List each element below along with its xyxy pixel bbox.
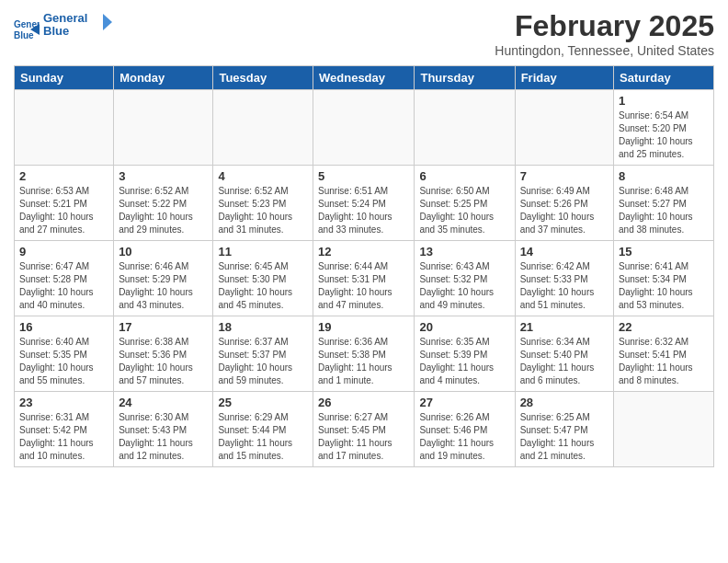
day-number: 16 — [19, 320, 108, 334]
day-info: Sunrise: 6:25 AM Sunset: 5:47 PM Dayligh… — [520, 411, 609, 463]
svg-marker-5 — [103, 14, 112, 30]
calendar-cell — [213, 90, 313, 166]
logo-icon: General Blue — [14, 15, 40, 40]
calendar-cell: 17Sunrise: 6:38 AM Sunset: 5:36 PM Dayli… — [114, 316, 213, 392]
day-number: 3 — [119, 169, 208, 183]
day-number: 14 — [520, 245, 609, 259]
calendar-cell: 25Sunrise: 6:29 AM Sunset: 5:44 PM Dayli… — [213, 392, 313, 467]
calendar-cell: 11Sunrise: 6:45 AM Sunset: 5:30 PM Dayli… — [213, 241, 313, 316]
day-number: 5 — [318, 169, 409, 183]
calendar-cell — [415, 90, 515, 166]
day-info: Sunrise: 6:52 AM Sunset: 5:22 PM Dayligh… — [119, 185, 208, 236]
logo-svg: General Blue — [43, 9, 117, 42]
day-number: 2 — [19, 169, 108, 183]
day-info: Sunrise: 6:38 AM Sunset: 5:36 PM Dayligh… — [119, 336, 208, 387]
day-number: 27 — [419, 396, 509, 409]
calendar-cell: 28Sunrise: 6:25 AM Sunset: 5:47 PM Dayli… — [515, 392, 613, 467]
day-number: 4 — [218, 169, 308, 183]
day-info: Sunrise: 6:40 AM Sunset: 5:35 PM Dayligh… — [19, 336, 108, 387]
day-info: Sunrise: 6:50 AM Sunset: 5:25 PM Dayligh… — [419, 185, 509, 236]
calendar-week-row: 1Sunrise: 6:54 AM Sunset: 5:20 PM Daylig… — [15, 90, 714, 166]
day-number: 9 — [19, 245, 108, 259]
day-info: Sunrise: 6:46 AM Sunset: 5:29 PM Dayligh… — [119, 260, 208, 312]
calendar-cell: 12Sunrise: 6:44 AM Sunset: 5:31 PM Dayli… — [313, 241, 415, 316]
weekday-header: Wednesday — [313, 66, 415, 90]
weekday-header: Friday — [515, 66, 613, 90]
weekday-header: Tuesday — [213, 66, 313, 90]
day-number: 21 — [520, 320, 609, 334]
calendar-cell: 16Sunrise: 6:40 AM Sunset: 5:35 PM Dayli… — [15, 316, 114, 392]
day-number: 25 — [218, 396, 308, 409]
header-area: General Blue General Blue February 2025 … — [14, 9, 714, 58]
calendar-week-row: 16Sunrise: 6:40 AM Sunset: 5:35 PM Dayli… — [15, 316, 714, 392]
day-number: 22 — [619, 320, 709, 334]
svg-text:Blue: Blue — [43, 24, 69, 38]
day-info: Sunrise: 6:48 AM Sunset: 5:27 PM Dayligh… — [619, 185, 709, 236]
calendar-cell: 22Sunrise: 6:32 AM Sunset: 5:41 PM Dayli… — [614, 316, 714, 392]
day-info: Sunrise: 6:44 AM Sunset: 5:31 PM Dayligh… — [318, 260, 409, 312]
day-info: Sunrise: 6:35 AM Sunset: 5:39 PM Dayligh… — [419, 336, 509, 387]
calendar-cell — [15, 90, 114, 166]
title-area: February 2025 Huntingdon, Tennessee, Uni… — [495, 9, 714, 58]
day-info: Sunrise: 6:45 AM Sunset: 5:30 PM Dayligh… — [218, 260, 308, 312]
calendar-cell: 10Sunrise: 6:46 AM Sunset: 5:29 PM Dayli… — [114, 241, 213, 316]
weekday-header: Sunday — [15, 66, 114, 90]
calendar-cell: 26Sunrise: 6:27 AM Sunset: 5:45 PM Dayli… — [313, 392, 415, 467]
day-number: 8 — [619, 169, 709, 183]
day-number: 12 — [318, 245, 409, 259]
day-number: 24 — [119, 396, 208, 409]
day-info: Sunrise: 6:36 AM Sunset: 5:38 PM Dayligh… — [318, 336, 409, 387]
day-number: 23 — [19, 396, 108, 409]
calendar-cell: 24Sunrise: 6:30 AM Sunset: 5:43 PM Dayli… — [114, 392, 213, 467]
page: General Blue General Blue February 2025 … — [0, 0, 728, 563]
calendar-cell: 5Sunrise: 6:51 AM Sunset: 5:24 PM Daylig… — [313, 166, 415, 241]
day-number: 28 — [520, 396, 609, 409]
day-info: Sunrise: 6:31 AM Sunset: 5:42 PM Dayligh… — [19, 411, 108, 463]
day-info: Sunrise: 6:30 AM Sunset: 5:43 PM Dayligh… — [119, 411, 208, 463]
day-number: 6 — [419, 169, 509, 183]
weekday-header: Monday — [114, 66, 213, 90]
calendar-cell: 14Sunrise: 6:42 AM Sunset: 5:33 PM Dayli… — [515, 241, 613, 316]
day-info: Sunrise: 6:41 AM Sunset: 5:34 PM Dayligh… — [619, 260, 709, 312]
calendar-cell: 15Sunrise: 6:41 AM Sunset: 5:34 PM Dayli… — [614, 241, 714, 316]
day-info: Sunrise: 6:52 AM Sunset: 5:23 PM Dayligh… — [218, 185, 308, 236]
calendar-week-row: 9Sunrise: 6:47 AM Sunset: 5:28 PM Daylig… — [15, 241, 714, 316]
day-number: 17 — [119, 320, 208, 334]
day-number: 13 — [419, 245, 509, 259]
day-info: Sunrise: 6:37 AM Sunset: 5:37 PM Dayligh… — [218, 336, 308, 387]
svg-text:Blue: Blue — [14, 30, 34, 40]
calendar-cell: 6Sunrise: 6:50 AM Sunset: 5:25 PM Daylig… — [415, 166, 515, 241]
calendar-cell: 4Sunrise: 6:52 AM Sunset: 5:23 PM Daylig… — [213, 166, 313, 241]
day-number: 15 — [619, 245, 709, 259]
day-info: Sunrise: 6:29 AM Sunset: 5:44 PM Dayligh… — [218, 411, 308, 463]
day-info: Sunrise: 6:47 AM Sunset: 5:28 PM Dayligh… — [19, 260, 108, 312]
day-number: 10 — [119, 245, 208, 259]
calendar-cell: 23Sunrise: 6:31 AM Sunset: 5:42 PM Dayli… — [15, 392, 114, 467]
calendar-cell: 21Sunrise: 6:34 AM Sunset: 5:40 PM Dayli… — [515, 316, 613, 392]
day-number: 19 — [318, 320, 409, 334]
calendar-cell — [114, 90, 213, 166]
day-info: Sunrise: 6:27 AM Sunset: 5:45 PM Dayligh… — [318, 411, 409, 463]
calendar-cell: 13Sunrise: 6:43 AM Sunset: 5:32 PM Dayli… — [415, 241, 515, 316]
calendar-cell — [313, 90, 415, 166]
calendar-cell: 27Sunrise: 6:26 AM Sunset: 5:46 PM Dayli… — [415, 392, 515, 467]
subtitle: Huntingdon, Tennessee, United States — [495, 43, 714, 58]
calendar-week-row: 23Sunrise: 6:31 AM Sunset: 5:42 PM Dayli… — [15, 392, 714, 467]
calendar-cell: 1Sunrise: 6:54 AM Sunset: 5:20 PM Daylig… — [614, 90, 714, 166]
logo: General Blue General Blue — [14, 9, 117, 46]
day-info: Sunrise: 6:53 AM Sunset: 5:21 PM Dayligh… — [19, 185, 108, 236]
day-info: Sunrise: 6:34 AM Sunset: 5:40 PM Dayligh… — [520, 336, 609, 387]
day-number: 1 — [619, 94, 709, 108]
calendar-cell: 18Sunrise: 6:37 AM Sunset: 5:37 PM Dayli… — [213, 316, 313, 392]
calendar-cell: 8Sunrise: 6:48 AM Sunset: 5:27 PM Daylig… — [614, 166, 714, 241]
calendar-week-row: 2Sunrise: 6:53 AM Sunset: 5:21 PM Daylig… — [15, 166, 714, 241]
calendar-cell: 2Sunrise: 6:53 AM Sunset: 5:21 PM Daylig… — [15, 166, 114, 241]
day-number: 26 — [318, 396, 409, 409]
day-info: Sunrise: 6:26 AM Sunset: 5:46 PM Dayligh… — [419, 411, 509, 463]
day-info: Sunrise: 6:32 AM Sunset: 5:41 PM Dayligh… — [619, 336, 709, 387]
day-number: 20 — [419, 320, 509, 334]
day-info: Sunrise: 6:43 AM Sunset: 5:32 PM Dayligh… — [419, 260, 509, 312]
calendar-cell — [614, 392, 714, 467]
calendar-header-row: SundayMondayTuesdayWednesdayThursdayFrid… — [15, 66, 714, 90]
calendar-cell: 3Sunrise: 6:52 AM Sunset: 5:22 PM Daylig… — [114, 166, 213, 241]
